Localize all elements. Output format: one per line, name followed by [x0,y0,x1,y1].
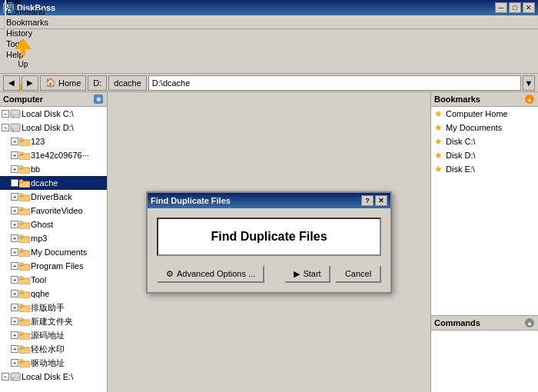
tree-expand-locale[interactable]: − [2,373,9,380]
svg-rect-89 [19,318,23,321]
tree-expand-qudong[interactable]: + [11,359,18,367]
tree-expand-dcache[interactable]: + [11,179,18,187]
bookmark-star-my-documents: ★ [434,122,443,133]
advanced-options-button[interactable]: ⚙ Advanced Options ... [157,265,264,283]
tree-item-favoritevideo[interactable]: + FavoriteVideo [0,204,107,218]
tree-expand-yuanma[interactable]: + [11,331,18,339]
svg-rect-71 [19,235,23,238]
tree-item-123[interactable]: + 123 [0,135,107,148]
tree-item-localc[interactable]: − Local Disk C:\ [0,107,107,121]
minimize-button[interactable]: ─ [495,2,507,13]
svg-text:⊕: ⊕ [96,96,101,103]
tree-item-locale[interactable]: − Local Disk E:\ [0,370,107,384]
titlebar: 💾 DiskBoss ─ □ ✕ [0,0,538,15]
tree-icon-programfiles [18,260,31,272]
dialog-close-button[interactable]: ✕ [375,195,387,206]
d-breadcrumb[interactable]: D: [88,75,107,91]
bookmarks-items: ★ Computer Home ★ My Documents ★ Disk C:… [431,107,538,176]
tree-expand-favoritevideo[interactable]: + [11,207,18,214]
tree-item-mydocuments[interactable]: + My Documents [0,245,107,259]
tree-expand-mp3[interactable]: + [11,234,18,242]
dcache-label: dcache [114,78,141,88]
tree-item-bb[interactable]: + bb [0,162,107,176]
tree-icon-favoritevideo [18,204,31,217]
bookmark-label-disk-e: Disk E:\ [446,164,475,174]
tree-item-qingsong[interactable]: + 轻松水印 [0,342,107,356]
commands-title: Commands [434,318,480,327]
right-panel: Bookmarks ▲ ★ Computer Home ★ My Documen… [430,92,538,392]
filetree-title: Computer [3,95,43,104]
bookmark-item-computer-home[interactable]: ★ Computer Home [431,107,538,121]
home-button[interactable]: 🏠 Home [40,75,86,91]
tree-item-tool[interactable]: + Tool [0,273,107,287]
tree-item-mp3[interactable]: + mp3 [0,231,107,245]
up-icon [11,34,35,58]
dcache-breadcrumb[interactable]: dcache [108,75,146,91]
start-button[interactable]: ▶ Start [284,265,330,283]
close-button[interactable]: ✕ [523,2,535,13]
tree-item-qqhe[interactable]: + qqhe [0,287,107,301]
tree-item-dcache[interactable]: + dcache [0,176,107,190]
tree-expand-tool[interactable]: + [11,276,18,284]
bookmark-label-disk-c: Disk C:\ [446,137,476,146]
svg-point-47 [12,129,14,131]
back-button[interactable]: ◀ [3,75,20,91]
tree-item-paiban[interactable]: + 排版助手 [0,301,107,314]
advanced-icon: ⚙ [166,269,174,279]
maximize-button[interactable]: □ [509,2,521,13]
bookmark-star-computer-home: ★ [434,108,443,119]
svg-rect-92 [19,332,23,334]
tree-item-qudong[interactable]: + 驱动地址 [0,356,107,370]
tree-label-driverback: DriverBack [31,192,72,201]
tree-expand-xingjian[interactable]: + [11,317,18,325]
path-dropdown[interactable]: ▼ [523,75,535,91]
dialog-banner-text: Find Duplicate Files [211,230,327,244]
tree-icon-ghost [18,218,31,231]
start-icon: ▶ [294,269,300,279]
tree-item-hash[interactable]: + 31e42c09676··· [0,148,107,162]
tree-icon-123 [18,135,31,148]
forward-button[interactable]: ▶ [22,75,38,91]
tree-item-programfiles[interactable]: + Program Files [0,259,107,273]
tree-label-locald: Local Disk D:\ [22,123,74,132]
bookmark-star-disk-d: ★ [434,150,443,161]
tree-item-ghost[interactable]: + Ghost [0,218,107,231]
tree-expand-paiban[interactable]: + [11,304,18,311]
tree-item-xingjian[interactable]: + 新建文件夹 [0,314,107,328]
svg-rect-86 [19,304,23,307]
tree-item-driverback[interactable]: + DriverBack [0,190,107,204]
tree-expand-localc[interactable]: − [2,110,9,118]
tree-expand-ghost[interactable]: + [11,221,18,228]
tree-expand-driverback[interactable]: + [11,193,18,201]
svg-rect-99 [11,373,20,380]
toolbar-btn-up[interactable]: Up [3,32,43,71]
tree-expand-locald[interactable]: − [2,124,9,131]
tree-expand-qingsong[interactable]: + [11,345,18,353]
bookmark-item-disk-e[interactable]: ★ Disk E:\ [431,162,538,176]
start-label: Start [303,269,320,278]
tree-label-mydocuments: My Documents [31,247,87,257]
bookmark-item-disk-c[interactable]: ★ Disk C:\ [431,135,538,148]
bookmark-item-disk-d[interactable]: ★ Disk D:\ [431,148,538,162]
cancel-button[interactable]: Cancel [335,265,381,283]
tree-expand-mydocuments[interactable]: + [11,248,18,256]
svg-rect-19 [21,49,25,55]
path-display[interactable]: D:\dcache [148,75,521,91]
tree-expand-programfiles[interactable]: + [11,262,18,270]
tree-expand-qqhe[interactable]: + [11,290,18,297]
find-duplicate-dialog: Find Duplicate Files ? ✕ Find Duplicate … [146,191,392,294]
tree-icon-bb [18,163,31,175]
dialog-help-button[interactable]: ? [361,195,374,206]
svg-rect-83 [19,291,23,293]
tree-label-yuanma: 源码地址 [31,330,65,341]
tree-expand-bb[interactable]: + [11,165,18,173]
tree-label-paiban: 排版助手 [31,302,65,314]
bookmark-label-computer-home: Computer Home [446,109,508,118]
bookmark-item-my-documents[interactable]: ★ My Documents [431,121,538,135]
tree-label-mp3: mp3 [31,234,47,243]
tree-item-locald[interactable]: − Local Disk D:\ [0,121,107,135]
tree-expand-123[interactable]: + [11,138,18,145]
tree-expand-hash[interactable]: + [11,151,18,159]
tree-item-yuanma[interactable]: + 源码地址 [0,328,107,342]
home-label: Home [58,78,81,88]
